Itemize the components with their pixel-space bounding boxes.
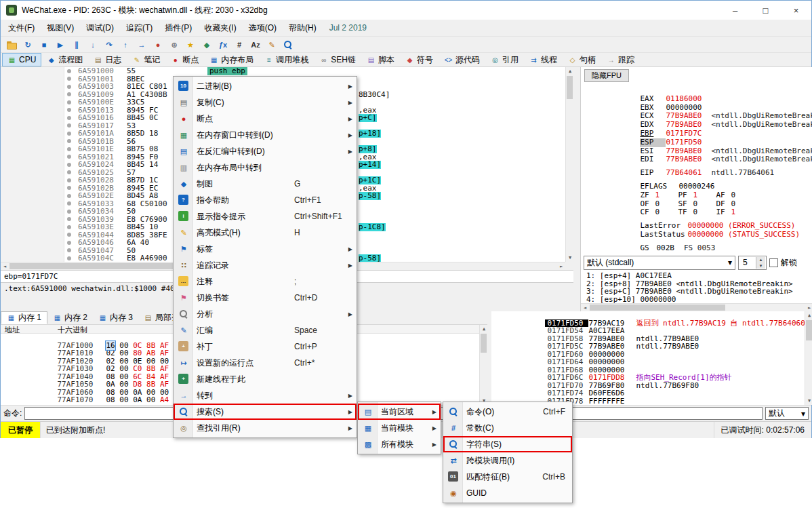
stop-icon[interactable]: ■ [36, 37, 52, 52]
register-row[interactable]: LastError00000000 (ERROR_SUCCESS) [586, 213, 810, 222]
menu-analysis[interactable]: 分析 ▶ [174, 306, 357, 322]
maximize-button[interactable]: □ [750, 1, 781, 20]
register-row[interactable]: GS002BFS 0053 [586, 235, 810, 244]
search-guid[interactable]: ◉ GUID [443, 485, 572, 501]
memory-tab-3[interactable]: ▦ 内存 3 [93, 311, 138, 324]
stack-vscrollbar[interactable]: ▲ ▼ [805, 311, 812, 405]
register-row[interactable]: EAX01186000 [586, 86, 810, 95]
tab-cpu[interactable]: ▦ CPU [2, 53, 41, 66]
menu-trace-record[interactable]: ∷ 追踪记录 ▶ [174, 257, 357, 273]
register-row[interactable]: EFLAGS00000246 [586, 174, 810, 182]
scroll-up-icon[interactable]: ▲ [566, 67, 574, 75]
menu-instruction-help[interactable]: ? 指令帮助 Ctrl+F1 [174, 192, 357, 208]
scrollbar-thumb[interactable] [567, 76, 573, 99]
tab-threads[interactable]: ⇉ 线程 [524, 53, 563, 66]
argument-row[interactable]: 3: [esp+C] 77B9ABE0 <ntdll.DbgUiRemoteBr… [586, 288, 802, 296]
submenu-all-modules[interactable]: ▩ 所有模块 ▶ [358, 436, 441, 452]
menu-set-new-origin[interactable]: ↦ 设置新的运行点 Ctrl+* [174, 355, 357, 371]
memory-vscrollbar[interactable]: ▲ ▼ [479, 325, 487, 405]
animate-icon[interactable]: ● [150, 37, 166, 52]
tab-trace[interactable]: → 跟踪 [601, 53, 640, 66]
disasm-vscrollbar[interactable]: ▲ ▼ [565, 67, 573, 262]
menu-follow-in-memory-map[interactable]: ▥ 在内存布局中转到 [174, 159, 357, 176]
flags-row[interactable]: OF0SF0DF0 [586, 191, 810, 200]
menu-label[interactable]: ⚑ 标签 ▶ [174, 241, 357, 257]
spinner-arrows-icon[interactable]: ▲▼ [756, 257, 765, 269]
favourites-icon[interactable]: ★ [182, 37, 199, 52]
step-into-icon[interactable]: ↓ [85, 37, 101, 52]
gear-icon[interactable]: ⊕ [166, 37, 182, 52]
menubar-item[interactable]: 视图(V) [41, 20, 80, 36]
menu-highlight-mode[interactable]: ✎ 高亮模式(H) H [174, 224, 357, 241]
open-file-icon[interactable] [3, 37, 20, 52]
search-string-references[interactable]: 字符串(S) [443, 436, 572, 452]
menu-follow-in-disassembler[interactable]: ▤ 在反汇编中转到(D) ▶ [174, 143, 357, 159]
step-out-icon[interactable]: ↑ [117, 37, 134, 52]
menubar-item[interactable]: 文件(F) [2, 20, 41, 36]
tab-handles[interactable]: ◇ 句柄 [563, 53, 601, 66]
register-row[interactable] [586, 231, 810, 235]
shield-icon[interactable]: ◆ [199, 37, 215, 52]
register-row[interactable]: ESP0171FD50 [586, 130, 810, 138]
disasm-row[interactable]: 6A591000 55 [1, 67, 565, 75]
menu-new-thread-here[interactable]: + 新建线程于此 [174, 371, 357, 387]
argument-row[interactable]: 1: [esp+4] A0C17EEA [586, 272, 802, 280]
scrollbar-thumb[interactable] [590, 305, 725, 311]
tab-symbols[interactable]: ◆ 符号 [400, 53, 439, 66]
stack-row[interactable]: 0171FD5077B9AC19返回到 ntdll.77B9AC19 自 ntd… [491, 311, 805, 319]
hash-icon[interactable]: # [231, 37, 247, 52]
hide-fpu-button[interactable]: 隐藏FPU [584, 69, 629, 82]
scroll-down-icon[interactable]: ▼ [566, 254, 574, 262]
scrollbar-thumb[interactable] [481, 334, 487, 353]
search-pattern[interactable]: 01 匹配特征(B) Ctrl+B [443, 469, 572, 485]
registers-hscrollbar[interactable]: ◄ ► [581, 303, 812, 311]
pause-icon[interactable]: ∥ [68, 37, 85, 52]
tab-script[interactable]: ▤ 脚本 [361, 53, 400, 66]
register-row[interactable]: ECX77B9ABE0<ntdll.DbgUiRemoteBreakin> [586, 104, 810, 113]
register-row[interactable] [586, 155, 810, 160]
search-intermodular-calls[interactable]: ⇄ 跨模块调用(I) [443, 452, 572, 469]
unlock-checkbox[interactable]: 解锁 [769, 257, 797, 269]
tab-memory-map[interactable]: ▦ 内存布局 [204, 53, 259, 66]
register-row[interactable]: EBP0171FD7C [586, 121, 810, 130]
menu-assemble[interactable]: ✎ 汇编 Space [174, 322, 357, 338]
search-constant[interactable]: # 常数(C) [443, 420, 572, 436]
tab-notes[interactable]: ✎ 笔记 [127, 53, 165, 66]
scroll-down-icon[interactable]: ▼ [805, 397, 812, 405]
menu-goto[interactable]: → 转到 ▶ [174, 387, 357, 404]
menu-breakpoint[interactable]: ● 断点 ▶ [174, 111, 357, 127]
minimize-button[interactable]: – [720, 1, 750, 20]
scroll-up-icon[interactable]: ▲ [805, 311, 812, 319]
assemble-icon[interactable]: ✎ [264, 37, 280, 52]
run-to-cursor-icon[interactable]: → [134, 37, 150, 52]
search-command[interactable]: 命令(O) Ctrl+F [443, 404, 572, 420]
menu-show-mnemonic-brief[interactable]: i 显示指令提示 Ctrl+Shift+F1 [174, 208, 357, 224]
args-count-spinner[interactable]: 5 ▲▼ [738, 256, 767, 270]
tab-call-stack[interactable]: ≡ 调用堆栈 [259, 53, 314, 66]
submenu-current-module[interactable]: ▦ 当前模块 ▶ [358, 420, 441, 436]
register-row[interactable] [586, 208, 810, 213]
search-icon[interactable] [280, 37, 296, 52]
tab-seh[interactable]: ∞ SEH链 [314, 53, 361, 66]
tab-breakpoints[interactable]: ● 断点 [165, 53, 204, 66]
tab-graph[interactable]: ◆ 流程图 [41, 53, 88, 66]
memory-tab-2[interactable]: ▦ 内存 2 [47, 311, 93, 324]
tab-source[interactable]: <> 源代码 [439, 53, 485, 66]
menubar-item[interactable]: 帮助(H) [283, 20, 323, 36]
menubar-item[interactable]: 收藏夹(I) [198, 20, 242, 36]
az-icon[interactable]: Az [247, 37, 264, 52]
menu-graph[interactable]: ◆ 制图 G [174, 176, 357, 192]
scrollbar-thumb[interactable] [806, 320, 812, 340]
register-row[interactable]: ESI77B9ABE0<ntdll.DbgUiRemoteBreakin> [586, 138, 810, 147]
run-icon[interactable]: ▶ [52, 37, 68, 52]
menu-search[interactable]: 搜索(S) ▶ [174, 404, 357, 420]
menubar-item[interactable]: 插件(P) [159, 20, 198, 36]
register-row[interactable]: EDI77B9ABE0<ntdll.DbgUiRemoteBreakin> [586, 147, 810, 156]
memory-tab-1[interactable]: ▦ 内存 1 [1, 311, 47, 324]
register-row[interactable]: LastStatus00000000 (STATUS_SUCCESS) [586, 222, 810, 231]
register-row[interactable]: EDX77B9ABE0<ntdll.DbgUiRemoteBreakin> [586, 112, 810, 121]
restart-icon[interactable]: ↻ [20, 37, 36, 52]
calling-convention-select[interactable]: 默认 (stdcall) ▾ [584, 256, 735, 270]
menu-toggle-bookmark[interactable]: ⚑ 切换书签 Ctrl+D [174, 290, 357, 306]
menubar-item[interactable]: 选项(O) [243, 20, 283, 36]
